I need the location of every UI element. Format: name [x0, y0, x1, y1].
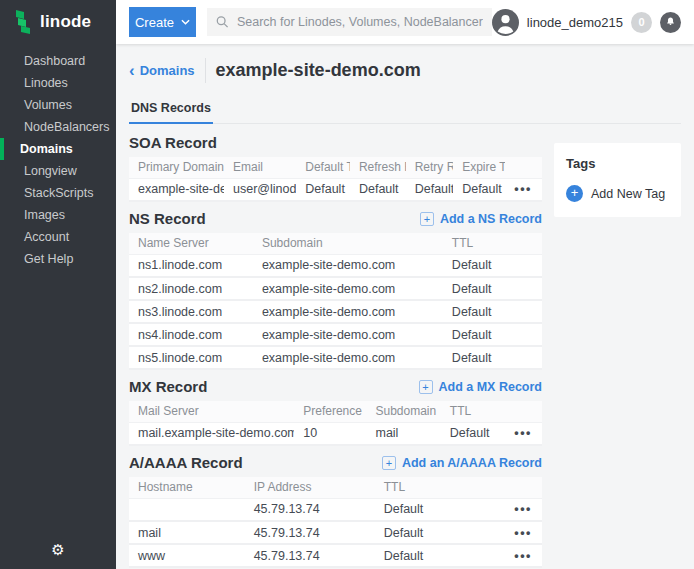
- tags-panel: Tags + Add New Tag: [554, 143, 681, 217]
- column-header: TTL: [441, 401, 501, 422]
- table-cell: [129, 498, 245, 521]
- add-new-tag-button[interactable]: + Add New Tag: [566, 185, 669, 202]
- add-new-tag-label: Add New Tag: [591, 187, 665, 201]
- column-header: Name Server: [129, 233, 253, 254]
- a-header-row: HostnameIP AddressTTL: [129, 477, 542, 498]
- add-a-record-label: Add an A/AAAA Record: [402, 456, 542, 470]
- username[interactable]: linode_demo215: [527, 15, 623, 30]
- sidebar-item-account[interactable]: Account: [0, 226, 116, 248]
- main-content: ‹ Domains example-site-demo.com DNS Reco…: [116, 44, 694, 569]
- linode-logo-icon: [13, 10, 33, 34]
- column-header: Preference: [294, 401, 366, 422]
- back-chevron-icon: ‹: [129, 64, 135, 77]
- soa-section-header: SOA Record: [129, 134, 542, 151]
- table-cell: user@linode.com: [224, 178, 296, 201]
- tab-bar: DNS Records: [129, 98, 681, 124]
- search-icon: [216, 15, 229, 29]
- sidebar-item-domains[interactable]: Domains: [0, 138, 116, 160]
- sidebar-footer: ⚙: [0, 541, 116, 559]
- table-cell: mail.example-site-demo.com: [129, 422, 294, 445]
- sidebar-item-longview[interactable]: Longview: [0, 160, 116, 182]
- sidebar-item-linodes[interactable]: Linodes: [0, 72, 116, 94]
- column-header: Mail Server: [129, 401, 294, 422]
- row-actions-menu-button[interactable]: •••: [501, 422, 542, 445]
- ns-table-row: ns2.linode.comexample-site-demo.comDefau…: [129, 277, 542, 300]
- table-cell: Default: [375, 544, 497, 567]
- table-cell: Default: [443, 277, 542, 300]
- sidebar-item-volumes[interactable]: Volumes: [0, 94, 116, 116]
- mx-section-title: MX Record: [129, 378, 207, 395]
- table-cell: ns2.linode.com: [129, 277, 253, 300]
- column-header: Expire Time: [453, 157, 505, 178]
- mx-table-row: mail.example-site-demo.com10mailDefault•…: [129, 422, 542, 445]
- column-header-actions: [501, 401, 542, 422]
- sidebar-item-nodebalancers[interactable]: NodeBalancers: [0, 116, 116, 138]
- create-button-label: Create: [135, 15, 174, 30]
- create-button[interactable]: Create: [129, 7, 196, 37]
- notification-count-badge[interactable]: 0: [631, 12, 652, 33]
- notifications-button[interactable]: [660, 12, 681, 33]
- sidebar-item-dashboard[interactable]: Dashboard: [0, 50, 116, 72]
- column-header-actions: [497, 477, 542, 498]
- table-cell: Default: [296, 178, 350, 201]
- a-section-header: A/AAAA Record + Add an A/AAAA Record: [129, 454, 542, 471]
- column-header: Primary Domain: [129, 157, 224, 178]
- column-header: Retry Rate: [406, 157, 453, 178]
- table-cell: 45.79.13.74: [245, 544, 375, 567]
- top-bar: Create linode_demo215 0: [116, 0, 694, 44]
- add-ns-record-button[interactable]: + Add a NS Record: [420, 212, 542, 226]
- bell-icon: [665, 16, 676, 28]
- ns-table-row: ns5.linode.comexample-site-demo.comDefau…: [129, 346, 542, 369]
- a-record-table: HostnameIP AddressTTL45.79.13.74Default•…: [129, 477, 542, 568]
- plus-icon: +: [382, 456, 396, 470]
- add-mx-record-button[interactable]: + Add a MX Record: [419, 380, 543, 394]
- table-cell: ns4.linode.com: [129, 323, 253, 346]
- table-cell: ns3.linode.com: [129, 300, 253, 323]
- sidebar-item-images[interactable]: Images: [0, 204, 116, 226]
- linode-logo[interactable]: linode: [0, 0, 116, 44]
- column-header: Default TTL: [296, 157, 350, 178]
- table-cell: ns5.linode.com: [129, 346, 253, 369]
- search-box[interactable]: [207, 8, 492, 36]
- breadcrumb-back-link[interactable]: ‹ Domains: [129, 63, 195, 78]
- user-avatar[interactable]: [492, 9, 519, 36]
- sidebar-item-stackscripts[interactable]: StackScripts: [0, 182, 116, 204]
- table-cell: Default: [443, 323, 542, 346]
- plus-icon: +: [420, 212, 434, 226]
- table-cell: example-site-demo.com: [253, 300, 443, 323]
- search-input[interactable]: [237, 15, 483, 29]
- mx-section-header: MX Record + Add a MX Record: [129, 378, 542, 395]
- add-mx-record-label: Add a MX Record: [439, 380, 543, 394]
- table-cell: 45.79.13.74: [245, 521, 375, 544]
- ns-record-table: Name ServerSubdomainTTLns1.linode.comexa…: [129, 233, 542, 370]
- sidebar-nav: DashboardLinodesVolumesNodeBalancersDoma…: [0, 50, 116, 270]
- table-cell: mail: [129, 521, 245, 544]
- column-header: Refresh Rate: [350, 157, 406, 178]
- column-header: Subdomain: [253, 233, 443, 254]
- table-cell: Default: [443, 254, 542, 277]
- table-cell: Default: [406, 178, 453, 201]
- a-table-row: mail45.79.13.74Default•••: [129, 521, 542, 544]
- add-a-record-button[interactable]: + Add an A/AAAA Record: [382, 456, 542, 470]
- table-cell: 10: [294, 422, 366, 445]
- gear-icon[interactable]: ⚙: [51, 541, 64, 558]
- row-actions-menu-button[interactable]: •••: [497, 521, 542, 544]
- table-cell: example-site-demo.com: [129, 178, 224, 201]
- table-cell: example-site-demo.com: [253, 254, 443, 277]
- table-cell: example-site-demo.com: [253, 346, 443, 369]
- plus-icon: +: [419, 380, 433, 394]
- ns-section-title: NS Record: [129, 210, 206, 227]
- user-area: linode_demo215 0: [492, 9, 681, 36]
- mx-header-row: Mail ServerPreferenceSubdomainTTL: [129, 401, 542, 422]
- row-actions-menu-button[interactable]: •••: [505, 178, 542, 201]
- ns-section-header: NS Record + Add a NS Record: [129, 210, 542, 227]
- row-actions-menu-button[interactable]: •••: [497, 498, 542, 521]
- side-column: Tags + Add New Tag: [554, 134, 681, 217]
- column-header: Email: [224, 157, 296, 178]
- mx-record-table: Mail ServerPreferenceSubdomainTTLmail.ex…: [129, 401, 542, 446]
- table-cell: example-site-demo.com: [253, 323, 443, 346]
- tab-dns-records[interactable]: DNS Records: [129, 101, 213, 124]
- soa-header-row: Primary DomainEmailDefault TTLRefresh Ra…: [129, 157, 542, 178]
- sidebar-item-get-help[interactable]: Get Help: [0, 248, 116, 270]
- row-actions-menu-button[interactable]: •••: [497, 544, 542, 567]
